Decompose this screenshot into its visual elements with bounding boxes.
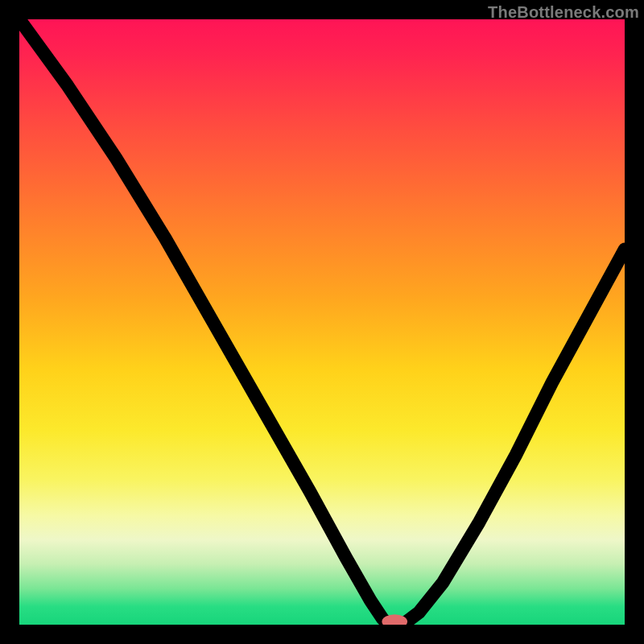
plot-area: [19, 19, 625, 625]
chart-container: TheBottleneck.com: [0, 0, 644, 644]
bottleneck-curve: [19, 19, 625, 625]
chart-svg: [19, 19, 625, 625]
